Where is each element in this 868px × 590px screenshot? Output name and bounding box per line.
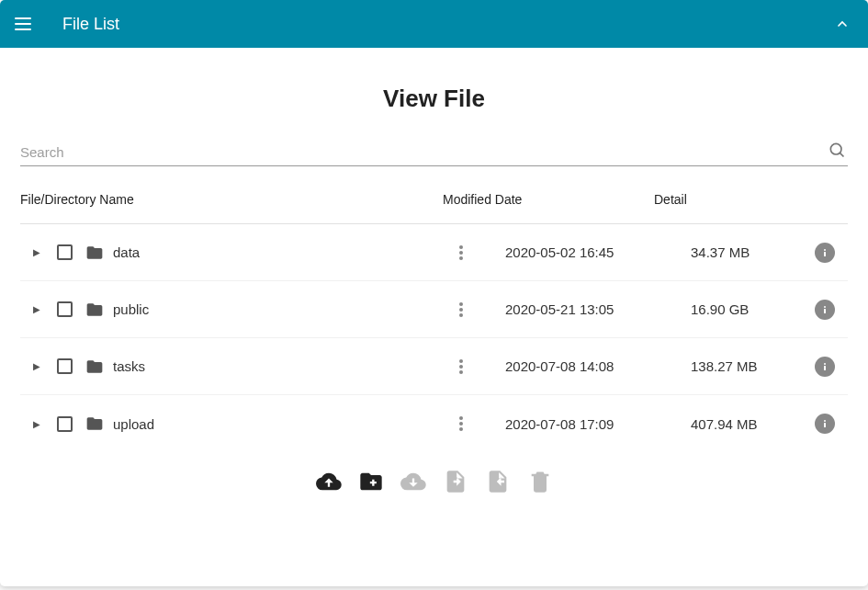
svg-point-2 bbox=[824, 249, 826, 251]
column-detail-header: Detail bbox=[654, 192, 848, 207]
file-name[interactable]: public bbox=[113, 301, 149, 317]
folder-icon bbox=[85, 414, 104, 433]
menu-cell bbox=[443, 299, 479, 321]
info-cell bbox=[802, 300, 848, 320]
file-export-icon bbox=[485, 469, 511, 494]
modified-date: 2020-07-08 17:09 bbox=[479, 416, 663, 432]
more-vert-icon[interactable] bbox=[456, 356, 467, 378]
svg-rect-7 bbox=[824, 366, 826, 370]
row-checkbox[interactable] bbox=[57, 358, 73, 374]
more-vert-icon[interactable] bbox=[456, 413, 467, 435]
svg-point-4 bbox=[824, 306, 826, 308]
search-input[interactable] bbox=[20, 139, 848, 166]
folder-icon bbox=[85, 357, 104, 376]
svg-rect-5 bbox=[824, 309, 826, 313]
name-cell: ▶ upload bbox=[20, 414, 443, 433]
info-cell bbox=[802, 357, 848, 377]
table-row: ▶ tasks 2020-07-08 14:08 138.27 MB bbox=[20, 338, 848, 395]
folder-add-icon[interactable] bbox=[358, 469, 384, 494]
row-checkbox[interactable] bbox=[57, 244, 73, 260]
svg-rect-3 bbox=[824, 252, 826, 256]
file-name[interactable]: upload bbox=[113, 416, 154, 432]
content-area: View File File/Directory Name Modified D… bbox=[0, 48, 868, 586]
file-size: 16.90 GB bbox=[663, 301, 802, 317]
svg-rect-9 bbox=[824, 423, 826, 427]
chevron-right-icon[interactable]: ▶ bbox=[33, 247, 48, 257]
modified-date: 2020-07-08 14:08 bbox=[479, 358, 663, 374]
file-size: 34.37 MB bbox=[663, 244, 802, 260]
svg-point-8 bbox=[824, 420, 826, 422]
menu-cell bbox=[443, 242, 479, 264]
file-manager-card: File List View File File/Directory Name … bbox=[0, 0, 868, 586]
svg-point-0 bbox=[830, 143, 841, 154]
file-size: 138.27 MB bbox=[663, 358, 802, 374]
folder-icon bbox=[85, 301, 104, 319]
table-row: ▶ public 2020-05-21 13:05 16.90 GB bbox=[20, 281, 848, 338]
chevron-right-icon[interactable]: ▶ bbox=[33, 419, 48, 429]
name-cell: ▶ tasks bbox=[20, 357, 443, 376]
info-icon[interactable] bbox=[815, 414, 835, 434]
row-checkbox[interactable] bbox=[57, 301, 73, 317]
search-icon[interactable] bbox=[828, 141, 846, 159]
page-title: View File bbox=[20, 85, 848, 113]
hamburger-icon[interactable] bbox=[15, 13, 37, 35]
info-icon[interactable] bbox=[815, 357, 835, 377]
file-name[interactable]: tasks bbox=[113, 358, 145, 374]
svg-point-6 bbox=[824, 363, 826, 365]
table-row: ▶ upload 2020-07-08 17:09 407.94 MB bbox=[20, 395, 848, 452]
info-icon[interactable] bbox=[815, 300, 835, 320]
file-import-icon bbox=[443, 469, 468, 494]
menu-cell bbox=[443, 356, 479, 378]
column-name-header: File/Directory Name bbox=[20, 192, 443, 207]
delete-icon bbox=[527, 469, 553, 494]
header-title: File List bbox=[62, 15, 831, 34]
chevron-up-icon[interactable] bbox=[831, 13, 853, 35]
cloud-upload-icon[interactable] bbox=[316, 469, 342, 494]
info-icon[interactable] bbox=[815, 243, 835, 263]
app-header: File List bbox=[0, 0, 868, 48]
info-cell bbox=[802, 414, 848, 434]
table-header: File/Directory Name Modified Date Detail bbox=[20, 192, 848, 224]
svg-line-1 bbox=[840, 153, 843, 156]
more-vert-icon[interactable] bbox=[456, 242, 467, 264]
more-vert-icon[interactable] bbox=[456, 299, 467, 321]
folder-icon bbox=[85, 244, 104, 262]
info-cell bbox=[802, 243, 848, 263]
menu-cell bbox=[443, 413, 479, 435]
chevron-right-icon[interactable]: ▶ bbox=[33, 304, 48, 314]
column-modified-header: Modified Date bbox=[443, 192, 654, 207]
file-name[interactable]: data bbox=[113, 244, 140, 260]
file-list: ▶ data 2020-05-02 16:45 34.37 MB bbox=[20, 224, 848, 452]
chevron-right-icon[interactable]: ▶ bbox=[33, 361, 48, 371]
table-row: ▶ data 2020-05-02 16:45 34.37 MB bbox=[20, 224, 848, 281]
row-checkbox[interactable] bbox=[57, 416, 73, 432]
name-cell: ▶ public bbox=[20, 301, 443, 319]
search-wrap bbox=[20, 139, 848, 166]
modified-date: 2020-05-02 16:45 bbox=[479, 244, 663, 260]
action-toolbar bbox=[20, 452, 848, 505]
name-cell: ▶ data bbox=[20, 244, 443, 262]
file-size: 407.94 MB bbox=[663, 416, 802, 432]
cloud-download-icon bbox=[400, 469, 426, 494]
modified-date: 2020-05-21 13:05 bbox=[479, 301, 663, 317]
